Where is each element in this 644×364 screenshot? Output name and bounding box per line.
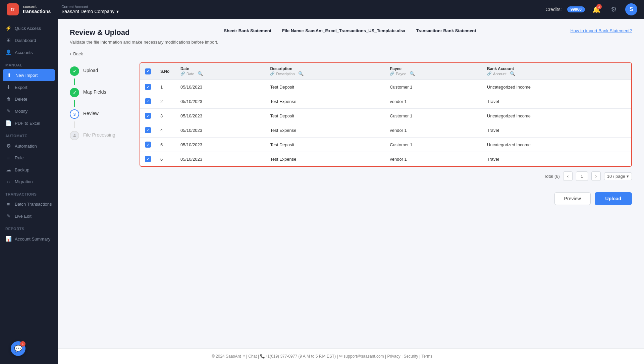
row-bank-account: Uncategorized Income [482, 80, 631, 94]
sheet-value: Bank Statement [238, 28, 271, 33]
sidebar-item-quick-access[interactable]: ⚡ Quick Access [0, 22, 58, 34]
row-payee: vendor 1 [385, 123, 482, 138]
link-icon-bank: 🔗 [487, 71, 492, 76]
sidebar-item-label: Migration [15, 179, 33, 184]
sidebar-item-delete[interactable]: 🗑 Delete [0, 93, 58, 105]
app-name: saasant transactions [23, 4, 51, 14]
sidebar-item-backup[interactable]: ☁ Backup [0, 164, 58, 176]
account-summary-icon: 📊 [5, 236, 11, 242]
row-description: Test Deposit [265, 138, 385, 152]
table-row: ✓ 2 05/10/2023 Test Expense vendor 1 Tra… [140, 94, 631, 109]
step-circle-upload: ✓ [70, 66, 79, 76]
row-date: 05/10/2023 [176, 80, 265, 94]
backup-icon: ☁ [5, 167, 11, 173]
row-checkbox[interactable]: ✓ [145, 156, 151, 162]
reports-section-label: REPORTS [0, 222, 58, 233]
row-description: Test Deposit [265, 109, 385, 123]
row-checkbox[interactable]: ✓ [145, 127, 151, 133]
step-circle-review: 3 [70, 109, 79, 119]
table-row: ✓ 6 05/10/2023 Test Expense vendor 1 Tra… [140, 152, 631, 166]
sidebar: ⚡ Quick Access ⊞ Dashboard 👤 Accounts MA… [0, 19, 58, 364]
row-checkbox-cell: ✓ [140, 94, 156, 109]
row-bank-account: Travel [482, 152, 631, 166]
sidebar-item-new-import[interactable]: ⬆ New Import [3, 69, 55, 81]
chat-notif: 1 [20, 341, 25, 347]
logo: tr [7, 3, 19, 15]
chat-bubble[interactable]: 💬 1 [11, 341, 25, 356]
sidebar-item-label: Export [15, 85, 28, 90]
new-import-icon: ⬆ [6, 72, 12, 78]
row-checkbox-cell: ✓ [140, 138, 156, 152]
step-upload: ✓ Upload [70, 64, 130, 79]
sidebar-item-label: New Import [15, 73, 38, 78]
step-label-map: Map Fields [83, 88, 106, 95]
sidebar-item-export[interactable]: ⬇ Export [0, 81, 58, 93]
back-button[interactable]: ‹ Back [70, 51, 83, 56]
step-map-fields: ✓ Map Fields [70, 85, 130, 100]
how-to-link[interactable]: How to import Bank Statement? [570, 28, 632, 33]
sidebar-item-account-summary[interactable]: 📊 Account Summary [0, 233, 58, 245]
sidebar-item-label: Quick Access [15, 26, 41, 31]
payee-sub: 🔗 Payee 🔍 [390, 71, 478, 76]
row-checkbox[interactable]: ✓ [145, 142, 151, 148]
row-description: Test Expense [265, 123, 385, 138]
desc-search-icon[interactable]: 🔍 [298, 71, 304, 76]
table-row: ✓ 5 05/10/2023 Test Deposit Customer 1 U… [140, 138, 631, 152]
select-all-checkbox[interactable]: ✓ [145, 68, 151, 74]
sidebar-item-rule[interactable]: ≡ Rule [0, 152, 58, 164]
bank-sub: 🔗 Account 🔍 [487, 71, 627, 76]
row-bank-account: Travel [482, 123, 631, 138]
row-description: Test Deposit [265, 80, 385, 94]
sidebar-item-label: Modify [15, 109, 28, 114]
sidebar-item-modify[interactable]: ✎ Modify [0, 105, 58, 117]
row-payee: Customer 1 [385, 138, 482, 152]
sidebar-item-dashboard[interactable]: ⊞ Dashboard [0, 34, 58, 46]
settings-button[interactable]: ⚙ [608, 3, 620, 15]
header-checkbox-cell: ✓ [140, 63, 156, 80]
row-checkbox[interactable]: ✓ [145, 98, 151, 104]
sidebar-item-label: Backup [15, 167, 29, 172]
credits-label: Credits: [545, 7, 561, 12]
date-search-icon[interactable]: 🔍 [198, 71, 203, 76]
step-label-upload: Upload [83, 66, 98, 73]
row-payee: Customer 1 [385, 109, 482, 123]
bank-search-icon[interactable]: 🔍 [510, 71, 515, 76]
pagination-row: Total (6) ‹ 1 › 10 / page ▾ [140, 167, 632, 186]
stepper: ✓ Upload ✓ Map Fields 3 Review [70, 62, 130, 205]
page-number: 1 [576, 171, 588, 181]
row-bank-account: Uncategorized Income [482, 109, 631, 123]
upload-button[interactable]: Upload [595, 192, 632, 205]
row-date: 05/10/2023 [176, 138, 265, 152]
sidebar-item-migration[interactable]: ↔ Migration [0, 176, 58, 188]
next-page-button[interactable]: › [591, 171, 601, 181]
row-payee: vendor 1 [385, 94, 482, 109]
table-col: ✓ S.No Date 🔗 Date 🔍 [140, 62, 632, 205]
per-page-select[interactable]: 10 / page ▾ [604, 172, 632, 180]
payee-search-icon[interactable]: 🔍 [410, 71, 415, 76]
total-count: Total (6) [544, 174, 560, 179]
avatar[interactable]: S [625, 3, 637, 15]
step-circle-map: ✓ [70, 88, 79, 97]
sidebar-item-automation[interactable]: ⚙ Automation [0, 140, 58, 152]
automate-section-label: AUTOMATE [0, 129, 58, 140]
filename-info: File Name: SaasAnt_Excel_Transactions_US… [282, 28, 406, 33]
automation-icon: ⚙ [5, 143, 11, 149]
sidebar-item-accounts[interactable]: 👤 Accounts [0, 46, 58, 58]
footer: © 2024 SaasAnt™ | Chat | 📞+1(619) 377-09… [0, 348, 644, 364]
quick-access-icon: ⚡ [5, 25, 11, 31]
row-bank-account: Uncategorized Income [482, 138, 631, 152]
row-checkbox[interactable]: ✓ [145, 113, 151, 119]
step-circle-file: 4 [70, 131, 79, 140]
sidebar-item-batch-transactions[interactable]: ≡ Batch Transactions [0, 198, 58, 210]
preview-button[interactable]: Preview [554, 192, 591, 205]
account-selector: Current Account SaasAnt Demo Company ▾ [61, 5, 119, 14]
sidebar-item-live-edit[interactable]: ✎ Live Edit [0, 210, 58, 222]
row-bank-account: Travel [482, 94, 631, 109]
delete-icon: 🗑 [5, 96, 11, 102]
sidebar-item-pdf-to-excel[interactable]: 📄 PDF to Excel [0, 117, 58, 129]
sidebar-item-label: Delete [15, 97, 28, 102]
row-checkbox[interactable]: ✓ [145, 84, 151, 90]
prev-page-button[interactable]: ‹ [563, 171, 573, 181]
account-name-dropdown[interactable]: SaasAnt Demo Company ▾ [61, 9, 119, 14]
notifications-button[interactable]: 🔔 3 [590, 3, 602, 15]
